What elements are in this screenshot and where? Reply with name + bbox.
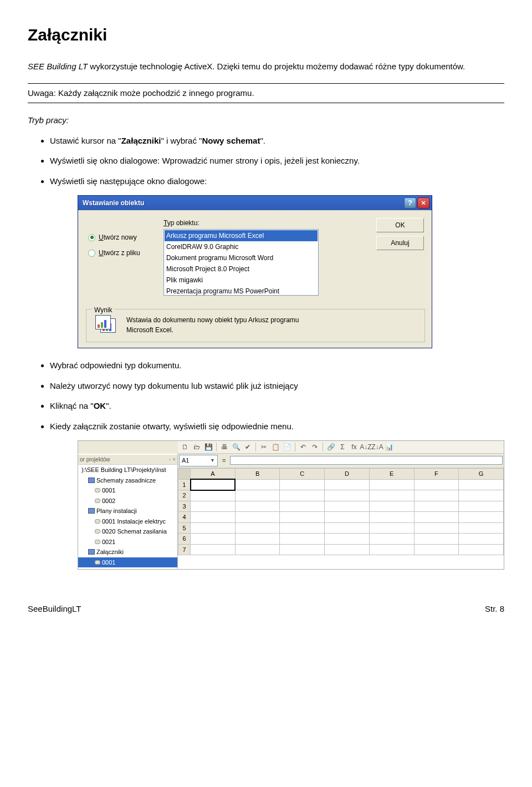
row-header[interactable]: 7 bbox=[178, 544, 191, 555]
cell[interactable] bbox=[325, 544, 370, 555]
hyperlink-icon[interactable]: 🔗 bbox=[326, 442, 336, 452]
preview-icon[interactable]: 🔍 bbox=[231, 442, 241, 452]
cell[interactable] bbox=[280, 490, 325, 501]
cell[interactable] bbox=[369, 490, 414, 501]
open-icon[interactable]: 🗁 bbox=[192, 442, 202, 452]
row-header[interactable]: 2 bbox=[178, 490, 191, 501]
cut-icon[interactable]: ✂ bbox=[259, 442, 269, 452]
sort-desc-icon[interactable]: Z↓A bbox=[372, 442, 382, 452]
cell[interactable] bbox=[369, 512, 414, 523]
cell[interactable] bbox=[325, 479, 370, 490]
list-item[interactable]: Microsoft Project 8.0 Project bbox=[165, 263, 318, 275]
fx-icon[interactable]: fx bbox=[349, 442, 359, 452]
tree-node[interactable]: 0001 bbox=[78, 485, 177, 496]
help-button[interactable]: ? bbox=[404, 197, 416, 209]
name-box[interactable]: A1 ▼ bbox=[179, 455, 218, 466]
cell[interactable] bbox=[369, 501, 414, 512]
tree-pane-close-icon[interactable]: ▫ × bbox=[169, 455, 176, 464]
cell[interactable] bbox=[191, 501, 236, 512]
col-header[interactable]: C bbox=[280, 468, 325, 479]
cell[interactable] bbox=[459, 544, 504, 555]
cell[interactable] bbox=[459, 490, 504, 501]
cell[interactable] bbox=[325, 512, 370, 523]
cell[interactable] bbox=[325, 501, 370, 512]
cell[interactable] bbox=[414, 522, 459, 534]
undo-icon[interactable]: ↶ bbox=[298, 442, 308, 452]
row-header[interactable]: 6 bbox=[178, 534, 191, 545]
cancel-button[interactable]: Anuluj bbox=[376, 236, 424, 250]
print-icon[interactable]: 🖶 bbox=[219, 442, 229, 452]
chart-icon[interactable]: 📊 bbox=[384, 442, 394, 452]
copy-icon[interactable]: 📋 bbox=[270, 442, 280, 452]
tree-node[interactable]: Plany instalacji bbox=[78, 506, 177, 516]
cell[interactable] bbox=[280, 534, 325, 545]
cell[interactable] bbox=[235, 522, 280, 534]
cell[interactable] bbox=[191, 544, 236, 555]
paste-icon[interactable]: 📄 bbox=[282, 442, 292, 452]
cell[interactable] bbox=[280, 544, 325, 555]
cell[interactable] bbox=[235, 512, 280, 523]
list-item[interactable]: CorelDRAW 9.0 Graphic bbox=[165, 241, 318, 252]
sort-asc-icon[interactable]: A↓Z bbox=[361, 442, 371, 452]
cell[interactable] bbox=[235, 479, 280, 490]
cell[interactable] bbox=[369, 544, 414, 555]
close-button[interactable]: × bbox=[417, 197, 429, 209]
list-item[interactable]: Prezentacja programu MS PowerPoint bbox=[165, 286, 318, 296]
cell[interactable] bbox=[280, 479, 325, 490]
chevron-down-icon[interactable]: ▼ bbox=[210, 457, 215, 465]
row-header[interactable]: 3 bbox=[178, 501, 191, 512]
cell[interactable] bbox=[191, 534, 236, 545]
formula-bar[interactable] bbox=[230, 456, 503, 465]
col-header[interactable]: E bbox=[369, 468, 414, 479]
tree-node[interactable]: 0020 Schemat zasilania bbox=[78, 526, 177, 537]
cell[interactable] bbox=[191, 522, 236, 534]
save-icon[interactable]: 💾 bbox=[203, 442, 213, 452]
cell[interactable] bbox=[280, 501, 325, 512]
redo-icon[interactable]: ↷ bbox=[310, 442, 320, 452]
cell[interactable] bbox=[235, 534, 280, 545]
autosum-icon[interactable]: Σ bbox=[337, 442, 347, 452]
row-header[interactable]: 1 bbox=[178, 479, 191, 490]
select-all-corner[interactable] bbox=[178, 468, 191, 479]
row-header[interactable]: 4 bbox=[178, 512, 191, 523]
tree-node[interactable]: 0001 Instalacje elektryc bbox=[78, 516, 177, 527]
cell[interactable] bbox=[414, 490, 459, 501]
cell[interactable] bbox=[414, 512, 459, 523]
tree-node[interactable]: 0021 bbox=[78, 537, 177, 547]
cell[interactable] bbox=[191, 490, 236, 501]
cell[interactable] bbox=[191, 512, 236, 523]
radio-create-from-file[interactable]: Utwórz z pliku bbox=[88, 248, 140, 258]
cell[interactable] bbox=[280, 512, 325, 523]
cell[interactable] bbox=[325, 534, 370, 545]
tree-node[interactable]: Załączniki bbox=[78, 547, 177, 557]
col-header[interactable]: F bbox=[414, 468, 459, 479]
cell[interactable] bbox=[414, 534, 459, 545]
col-header[interactable]: B bbox=[235, 468, 280, 479]
col-header[interactable]: G bbox=[459, 468, 504, 479]
list-item[interactable]: Dokument programu Microsoft Word bbox=[165, 252, 318, 263]
radio-create-new[interactable]: Utwórz nowy bbox=[88, 232, 140, 242]
cell[interactable] bbox=[235, 501, 280, 512]
spellcheck-icon[interactable]: ✔ bbox=[243, 442, 253, 452]
row-header[interactable]: 5 bbox=[178, 522, 191, 534]
cell[interactable] bbox=[191, 479, 236, 490]
cell[interactable] bbox=[280, 522, 325, 534]
cell[interactable] bbox=[459, 512, 504, 523]
cell[interactable] bbox=[235, 544, 280, 555]
cell[interactable] bbox=[325, 490, 370, 501]
tree-node[interactable]: 0002 bbox=[78, 496, 177, 506]
col-header[interactable]: A bbox=[191, 468, 236, 479]
list-item[interactable]: Arkusz programu Microsoft Excel bbox=[165, 230, 318, 241]
cell[interactable] bbox=[369, 534, 414, 545]
ok-button[interactable]: OK bbox=[376, 218, 424, 232]
list-item[interactable]: Plik migawki bbox=[165, 275, 318, 286]
tree-node[interactable]: Schematy zasadnicze bbox=[78, 475, 177, 486]
tree-node[interactable]: 0001 bbox=[78, 557, 177, 568]
cell[interactable] bbox=[235, 490, 280, 501]
cell[interactable] bbox=[459, 522, 504, 534]
col-header[interactable]: D bbox=[325, 468, 370, 479]
cell[interactable] bbox=[414, 501, 459, 512]
spreadsheet-grid[interactable]: A B C D E F G 1234567 bbox=[178, 468, 504, 556]
new-icon[interactable]: 🗋 bbox=[180, 442, 190, 452]
cell[interactable] bbox=[414, 544, 459, 555]
